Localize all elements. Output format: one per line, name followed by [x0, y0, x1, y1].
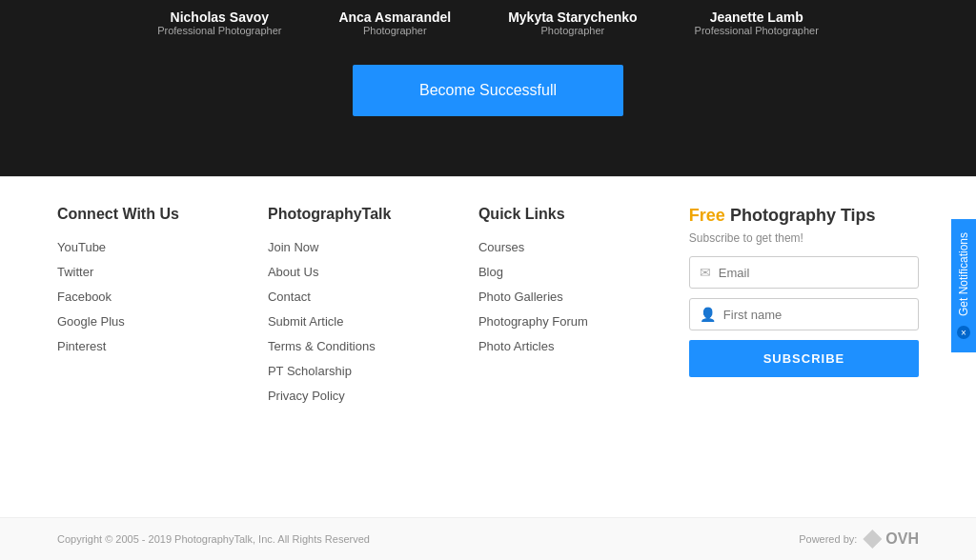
- email-icon: ✉: [700, 265, 711, 280]
- photographer-mykyta: Mykyta Starychenko Photographer: [508, 10, 637, 36]
- newsletter-column: Free Photography Tips Subscribe to get t…: [689, 206, 919, 411]
- powered-by-label: Powered by:: [799, 533, 857, 545]
- list-item: About Us: [268, 263, 459, 280]
- photographer-name: Nicholas Savoy: [157, 10, 281, 25]
- googleplus-link[interactable]: Google Plus: [57, 314, 125, 329]
- name-input-group: 👤: [689, 298, 919, 330]
- photographer-nicholas: Nicholas Savoy Professional Photographer: [157, 10, 281, 36]
- notification-label: Get Notifications: [957, 232, 970, 316]
- email-field[interactable]: [719, 266, 908, 280]
- list-item: Photo Articles: [478, 337, 670, 354]
- notification-tab[interactable]: × Get Notifications: [951, 219, 976, 352]
- list-item: Terms & Conditions: [268, 337, 459, 354]
- bottom-bar: Copyright © 2005 - 2019 PhotographyTalk,…: [0, 517, 976, 560]
- list-item: Privacy Policy: [268, 387, 459, 404]
- quick-links-heading: Quick Links: [478, 206, 670, 223]
- pinterest-link[interactable]: Pinterest: [57, 339, 106, 353]
- email-input-group: ✉: [689, 256, 919, 289]
- list-item: YouTube: [57, 238, 249, 255]
- firstname-field[interactable]: [723, 308, 908, 322]
- connect-column: Connect With Us YouTube Twitter Facebook…: [57, 206, 249, 411]
- newsletter-heading: Free Photography Tips: [689, 206, 919, 226]
- ovh-logo: OVH: [863, 530, 919, 549]
- list-item: Facebook: [57, 288, 249, 305]
- list-item: Google Plus: [57, 312, 249, 330]
- quick-links-list: Courses Blog Photo Galleries Photography…: [478, 238, 670, 354]
- free-label: Free: [689, 206, 725, 225]
- ovh-logo-shape: [863, 530, 882, 549]
- newsletter-subtitle: Subscribe to get them!: [689, 231, 919, 245]
- list-item: Courses: [478, 238, 670, 255]
- list-item: PT Scholarship: [268, 362, 459, 379]
- connect-heading: Connect With Us: [57, 206, 249, 223]
- photographer-name: Jeanette Lamb: [695, 10, 819, 25]
- copyright-text: Copyright © 2005 - 2019 PhotographyTalk,…: [57, 533, 370, 545]
- close-icon[interactable]: ×: [957, 326, 970, 339]
- list-item: Blog: [478, 263, 670, 280]
- person-icon: 👤: [700, 307, 716, 322]
- powered-by: Powered by: OVH: [799, 530, 919, 549]
- subscribe-button[interactable]: SUBSCRIBE: [689, 340, 919, 377]
- become-successful-button[interactable]: Become Successfull: [353, 65, 623, 116]
- photography-forum-link[interactable]: Photography Forum: [478, 314, 588, 329]
- photographers-row: Nicholas Savoy Professional Photographer…: [157, 10, 819, 36]
- list-item: Join Now: [268, 238, 459, 255]
- photographer-title: Photographer: [508, 25, 637, 36]
- facebook-link[interactable]: Facebook: [57, 290, 112, 304]
- ovh-brand: OVH: [885, 530, 919, 548]
- list-item: Photo Galleries: [478, 288, 670, 305]
- photography-talk-heading: PhotographyTalk: [268, 206, 459, 223]
- photographer-name: Anca Asmarandel: [338, 10, 451, 25]
- contact-link[interactable]: Contact: [268, 290, 311, 304]
- list-item: Twitter: [57, 263, 249, 280]
- footer-section: Connect With Us YouTube Twitter Facebook…: [0, 177, 976, 430]
- list-item: Photography Forum: [478, 312, 670, 330]
- youtube-link[interactable]: YouTube: [57, 240, 106, 254]
- list-item: Submit Article: [268, 312, 459, 330]
- photographer-title: Professional Photographer: [157, 25, 281, 36]
- scholarship-link[interactable]: PT Scholarship: [268, 364, 352, 378]
- photo-galleries-link[interactable]: Photo Galleries: [478, 290, 563, 304]
- about-us-link[interactable]: About Us: [268, 265, 318, 279]
- photography-talk-column: PhotographyTalk Join Now About Us Contac…: [268, 206, 459, 411]
- photographer-jeanette: Jeanette Lamb Professional Photographer: [695, 10, 819, 36]
- submit-article-link[interactable]: Submit Article: [268, 314, 343, 329]
- newsletter-heading-rest: Photography Tips: [725, 206, 876, 225]
- photographer-title: Photographer: [338, 25, 451, 36]
- photographer-name: Mykyta Starychenko: [508, 10, 637, 25]
- blog-link[interactable]: Blog: [478, 265, 503, 279]
- photographer-title: Professional Photographer: [695, 25, 819, 36]
- list-item: Contact: [268, 288, 459, 305]
- top-section: Nicholas Savoy Professional Photographer…: [0, 0, 976, 176]
- connect-links: YouTube Twitter Facebook Google Plus Pin…: [57, 238, 249, 354]
- join-now-link[interactable]: Join Now: [268, 240, 318, 254]
- quick-links-column: Quick Links Courses Blog Photo Galleries…: [478, 206, 670, 411]
- photography-talk-links: Join Now About Us Contact Submit Article…: [268, 238, 459, 404]
- courses-link[interactable]: Courses: [478, 240, 524, 254]
- photo-articles-link[interactable]: Photo Articles: [478, 339, 555, 353]
- photographer-anca: Anca Asmarandel Photographer: [338, 10, 451, 36]
- privacy-link[interactable]: Privacy Policy: [268, 389, 345, 403]
- list-item: Pinterest: [57, 337, 249, 354]
- twitter-link[interactable]: Twitter: [57, 265, 93, 279]
- terms-link[interactable]: Terms & Conditions: [268, 339, 376, 353]
